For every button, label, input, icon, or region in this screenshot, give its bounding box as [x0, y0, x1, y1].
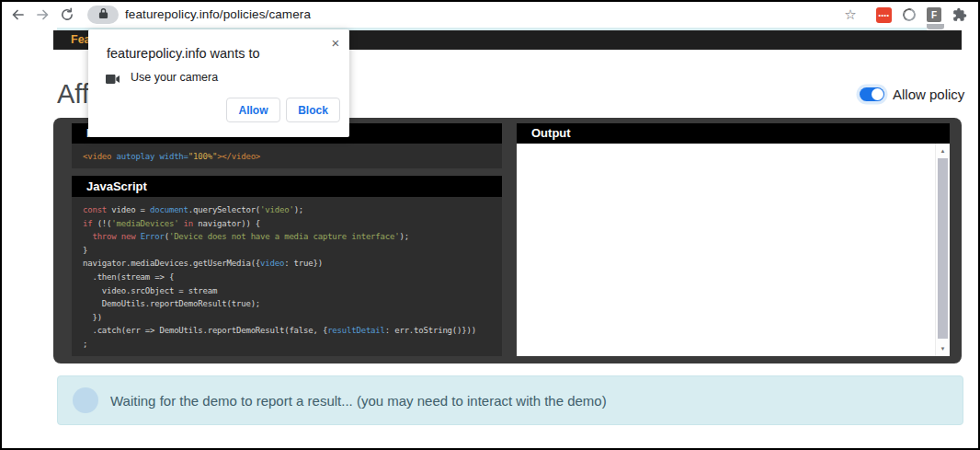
lock-icon: [98, 6, 108, 23]
site-info-button[interactable]: [87, 6, 119, 24]
demo-status-alert: Waiting for the demo to report a result.…: [57, 375, 963, 425]
html-code-block: <video autoplay width="100%"></video>: [72, 144, 502, 168]
output-frame: ▲ ▼: [517, 144, 950, 356]
waiting-spinner-icon: [73, 387, 98, 413]
js-code-block: const video = document.querySelector('vi…: [72, 197, 502, 356]
allow-button[interactable]: Allow: [226, 98, 280, 122]
permission-request-label: Use your camera: [131, 71, 218, 84]
allow-policy-label: Allow policy: [893, 87, 964, 102]
js-panel-header: JavaScript: [72, 176, 502, 197]
password-manager-extension-icon[interactable]: ••••: [876, 7, 892, 23]
scroll-up-icon[interactable]: ▲: [936, 144, 950, 157]
output-column: Output ▲ ▼: [517, 123, 950, 356]
scrollbar-thumb[interactable]: [938, 158, 948, 339]
address-bar[interactable]: featurepolicy.info/policies/camera: [125, 7, 311, 21]
demo-container: HTML <video autoplay width="100%"></vide…: [53, 118, 962, 363]
allow-policy-control: Allow policy: [860, 87, 964, 102]
status-message: Waiting for the demo to report a result.…: [110, 393, 607, 409]
toggle-knob: [872, 88, 883, 100]
output-scrollbar[interactable]: ▲ ▼: [935, 144, 950, 356]
output-panel-header: Output: [517, 123, 950, 144]
code-column: HTML <video autoplay width="100%"></vide…: [72, 123, 502, 356]
circle-extension-icon[interactable]: [901, 6, 917, 23]
browser-toolbar: featurepolicy.info/policies/camera ☆ •••…: [2, 2, 978, 29]
screenshot-frame: featurepolicy.info/policies/camera ☆ •••…: [0, 0, 980, 450]
camera-permission-dialog: × featurepolicy.info wants to Use your c…: [88, 29, 349, 137]
toolbar-highlight-remnant: [927, 24, 944, 29]
back-icon[interactable]: [9, 6, 26, 23]
permission-dialog-title: featurepolicy.info wants to: [107, 46, 260, 61]
camera-icon: [105, 72, 120, 88]
reload-icon[interactable]: [59, 6, 75, 23]
close-icon[interactable]: ×: [327, 34, 344, 51]
bookmark-star-icon[interactable]: ☆: [842, 6, 859, 23]
scroll-down-icon[interactable]: ▼: [936, 342, 950, 355]
f-extension-icon[interactable]: F: [927, 7, 941, 22]
forward-icon[interactable]: [35, 6, 51, 23]
block-button[interactable]: Block: [286, 98, 340, 122]
allow-policy-toggle[interactable]: [860, 87, 884, 101]
extensions-puzzle-icon[interactable]: [952, 6, 968, 23]
